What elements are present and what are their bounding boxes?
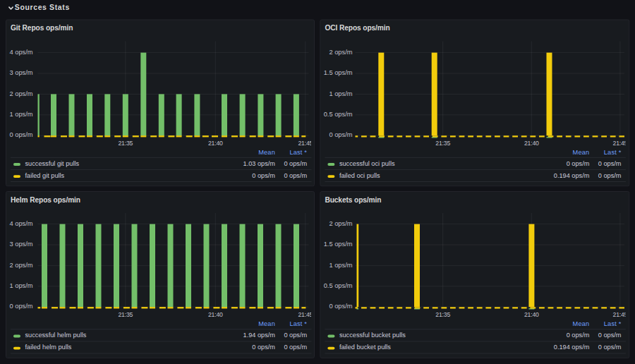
svg-text:1 ops/m: 1 ops/m (329, 262, 352, 269)
svg-text:1.03 ops/m: 1.03 ops/m (243, 160, 276, 167)
svg-text:0 ops/m: 0 ops/m (598, 332, 622, 339)
svg-text:0.194 ops/m: 0.194 ops/m (554, 172, 590, 179)
svg-text:0.194 ops/m: 0.194 ops/m (554, 344, 590, 351)
svg-text:0 ops/m: 0 ops/m (284, 332, 307, 339)
svg-text:1 ops/m: 1 ops/m (10, 282, 33, 289)
svg-text:0 ops/m: 0 ops/m (329, 303, 352, 310)
svg-text:21:40: 21:40 (208, 311, 223, 318)
svg-text:0 ops/m: 0 ops/m (598, 172, 622, 179)
svg-text:21:35: 21:35 (118, 311, 133, 318)
svg-text:2 ops/m: 2 ops/m (10, 262, 33, 269)
svg-text:Last *: Last * (604, 320, 622, 327)
svg-text:0 ops/m: 0 ops/m (598, 160, 622, 167)
svg-text:Last *: Last * (604, 149, 622, 156)
svg-text:Mean: Mean (258, 320, 275, 327)
svg-text:Last *: Last * (289, 320, 307, 327)
svg-text:Mean: Mean (258, 149, 275, 156)
svg-text:21:35: 21:35 (435, 140, 450, 147)
svg-text:failed bucket pulls: failed bucket pulls (339, 344, 391, 351)
svg-text:2 ops/m: 2 ops/m (10, 90, 33, 97)
svg-text:successful bucket pulls: successful bucket pulls (339, 332, 406, 339)
svg-text:failed helm pulls: failed helm pulls (25, 344, 72, 351)
svg-text:0 ops/m: 0 ops/m (598, 344, 622, 351)
svg-text:0 ops/m: 0 ops/m (567, 160, 590, 167)
svg-text:1.5 ops/m: 1.5 ops/m (324, 69, 353, 76)
svg-text:21:40: 21:40 (524, 140, 539, 147)
svg-text:0 ops/m: 0 ops/m (284, 160, 307, 167)
svg-text:1.5 ops/m: 1.5 ops/m (324, 241, 353, 248)
svg-text:3 ops/m: 3 ops/m (10, 241, 33, 248)
svg-text:Git Repos ops/min: Git Repos ops/min (11, 24, 73, 32)
svg-text:failed oci pulls: failed oci pulls (339, 172, 380, 179)
svg-text:failed git pulls: failed git pulls (25, 172, 65, 179)
svg-text:Buckets ops/min: Buckets ops/min (325, 196, 381, 204)
svg-text:Mean: Mean (573, 149, 590, 156)
svg-text:0.5 ops/m: 0.5 ops/m (324, 111, 353, 118)
svg-text:0.5 ops/m: 0.5 ops/m (324, 282, 353, 289)
svg-text:0 ops/m: 0 ops/m (284, 344, 307, 351)
svg-text:Sources Stats: Sources Stats (15, 3, 70, 11)
svg-text:0 ops/m: 0 ops/m (10, 131, 33, 138)
svg-text:Helm Repos ops/min: Helm Repos ops/min (11, 196, 80, 204)
svg-text:21:35: 21:35 (435, 311, 450, 318)
svg-text:3 ops/m: 3 ops/m (10, 69, 33, 76)
svg-text:21:45: 21:45 (298, 311, 313, 318)
svg-text:1.94 ops/m: 1.94 ops/m (243, 332, 276, 339)
svg-text:Mean: Mean (573, 320, 590, 327)
svg-text:4 ops/m: 4 ops/m (10, 49, 33, 56)
svg-text:successful oci pulls: successful oci pulls (339, 160, 395, 167)
svg-text:OCI Repos ops/min: OCI Repos ops/min (325, 24, 389, 32)
svg-text:2 ops/m: 2 ops/m (329, 220, 352, 227)
svg-text:successful git pulls: successful git pulls (25, 160, 80, 167)
svg-text:successful helm pulls: successful helm pulls (25, 332, 87, 339)
svg-text:Last *: Last * (289, 149, 307, 156)
svg-text:0 ops/m: 0 ops/m (567, 332, 590, 339)
svg-text:1 ops/m: 1 ops/m (10, 111, 33, 118)
svg-text:2 ops/m: 2 ops/m (329, 49, 352, 56)
svg-text:0 ops/m: 0 ops/m (284, 172, 307, 179)
svg-text:0 ops/m: 0 ops/m (252, 172, 275, 179)
svg-text:4 ops/m: 4 ops/m (10, 220, 33, 227)
svg-text:21:45: 21:45 (298, 140, 313, 147)
svg-text:21:35: 21:35 (118, 140, 133, 147)
svg-text:1 ops/m: 1 ops/m (329, 90, 352, 97)
svg-text:21:40: 21:40 (208, 140, 223, 147)
svg-text:0 ops/m: 0 ops/m (10, 303, 33, 310)
svg-text:0 ops/m: 0 ops/m (329, 131, 352, 138)
svg-text:21:40: 21:40 (524, 311, 539, 318)
svg-text:0 ops/m: 0 ops/m (252, 344, 275, 351)
